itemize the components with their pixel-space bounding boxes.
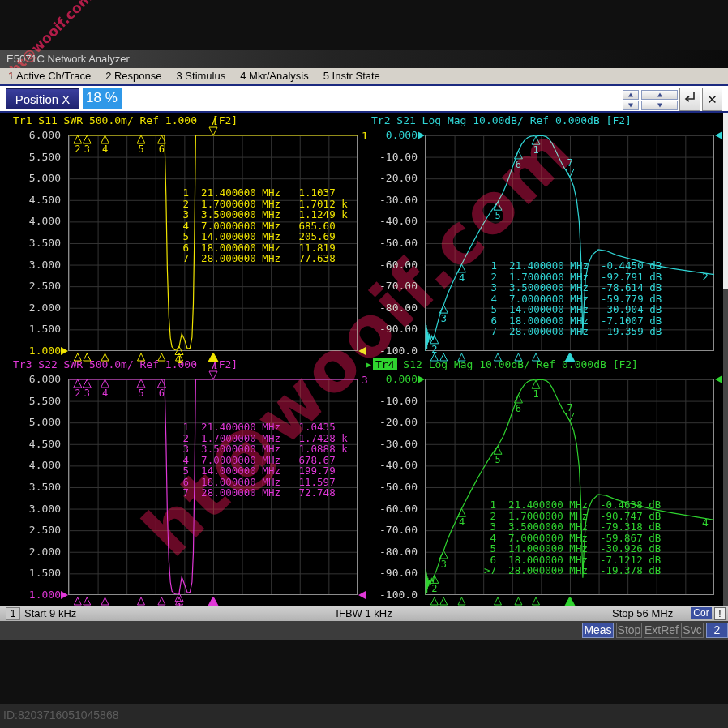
tr1-header[interactable]: Tr1 S11 SWR 500.0m/ Ref 1.000 [F2] — [13, 114, 238, 126]
tr4-grid[interactable] — [425, 379, 714, 595]
id-text: ID:8203716051045868 — [3, 709, 118, 722]
instrument-status-bar: MeasStopExtRefSvc2 — [0, 621, 728, 640]
entry-field[interactable]: 18 % — [81, 88, 519, 110]
softkey-panel-edge — [723, 113, 728, 289]
instr-button-stop[interactable]: Stop — [616, 623, 642, 638]
spin-up-large-button[interactable] — [641, 90, 678, 100]
ifbw-label: IFBW 1 kHz — [336, 607, 392, 619]
correction-badge: Cor — [691, 607, 712, 619]
tr2-format-label: S21 Log Mag 10.00dB/ Ref 0.000dB — [390, 114, 606, 126]
tr2-header[interactable]: Tr2 S21 Log Mag 10.00dB/ Ref 0.000dB [F2… — [371, 114, 632, 126]
enter-arrow-icon — [681, 89, 699, 107]
tr1-name: Tr1 — [13, 114, 32, 126]
arrow-down-icon — [657, 104, 662, 110]
enter-button[interactable] — [679, 88, 700, 111]
spin-down-small-button[interactable] — [623, 101, 639, 110]
window-titlebar: E5071C Network Analyzer — [0, 50, 728, 68]
menu-item-1[interactable]: 1 Active Ch/Trace — [8, 70, 91, 82]
tr1-f2-label: [F2] — [212, 114, 238, 126]
softkey-panel-edge-lower — [723, 289, 728, 606]
close-button[interactable]: ✕ — [702, 88, 722, 111]
alert-badge: ! — [714, 607, 726, 620]
spinner-large — [641, 90, 678, 111]
tr4-f2-label: [F2] — [613, 358, 638, 370]
status-bar: 1 Start 9 kHz IFBW 1 kHz Stop 56 MHz Cor… — [0, 606, 728, 621]
menu-item-3[interactable]: 3 Stimulus — [177, 70, 226, 82]
tr3-format-label: S22 SWR 500.0m/ Ref 1.000 — [32, 358, 203, 370]
window-title: E5071C Network Analyzer — [6, 53, 130, 65]
close-icon: ✕ — [707, 92, 717, 106]
tr1-grid[interactable] — [68, 135, 358, 351]
spinner-small — [623, 90, 639, 111]
arrow-up-icon — [657, 90, 662, 96]
tr3-f2-label: [F2] — [212, 358, 238, 370]
analyzer-screen: E5071C Network Analyzer 1 Active Ch/Trac… — [0, 0, 728, 728]
tr3-name: Tr3 — [13, 358, 32, 370]
tr4-name: Tr4 — [373, 358, 396, 370]
tr2-name: Tr2 — [371, 114, 390, 126]
channel-number-badge: 1 — [6, 607, 20, 620]
spin-down-large-button[interactable] — [641, 101, 678, 110]
tr3-grid[interactable] — [68, 379, 358, 595]
arrow-up-icon — [628, 90, 633, 96]
active-trace-arrow-icon: ▶ — [366, 360, 371, 369]
footer-strip: ID:8203716051045868 — [0, 704, 728, 728]
tr1-format-label: S11 SWR 500.0m/ Ref 1.000 — [32, 114, 203, 126]
menu-bar: 1 Active Ch/Trace2 Response3 Stimulus4 M… — [0, 68, 728, 84]
instr-button-svc[interactable]: Svc — [681, 623, 704, 638]
instr-button-meas[interactable]: Meas — [582, 623, 614, 638]
spin-up-small-button[interactable] — [623, 90, 639, 100]
position-x-button[interactable]: Position X — [6, 88, 79, 109]
tr3-header[interactable]: Tr3 S22 SWR 500.0m/ Ref 1.000 [F2] — [13, 358, 238, 370]
stop-frequency-label: Stop 56 MHz — [612, 607, 673, 619]
arrow-down-icon — [628, 104, 633, 110]
tr2-grid[interactable] — [425, 135, 714, 351]
menu-item-4[interactable]: 4 Mkr/Analysis — [240, 70, 309, 82]
entry-value[interactable]: 18 % — [83, 88, 122, 109]
menu-item-5[interactable]: 5 Instr State — [323, 70, 380, 82]
tr4-format-label: S12 Log Mag 10.00dB/ Ref 0.000dB — [397, 358, 613, 370]
instr-button-2[interactable]: 2 — [706, 623, 728, 638]
instr-button-extref[interactable]: ExtRef — [644, 623, 679, 638]
tr4-header[interactable]: ▶Tr4 S12 Log Mag 10.00dB/ Ref 0.000dB [F… — [366, 358, 638, 370]
tr2-f2-label: [F2] — [606, 114, 632, 126]
entry-toolbar: Position X 18 % ✕ — [0, 84, 728, 113]
start-frequency-label: Start 9 kHz — [24, 607, 76, 619]
menu-item-2[interactable]: 2 Response — [105, 70, 161, 82]
